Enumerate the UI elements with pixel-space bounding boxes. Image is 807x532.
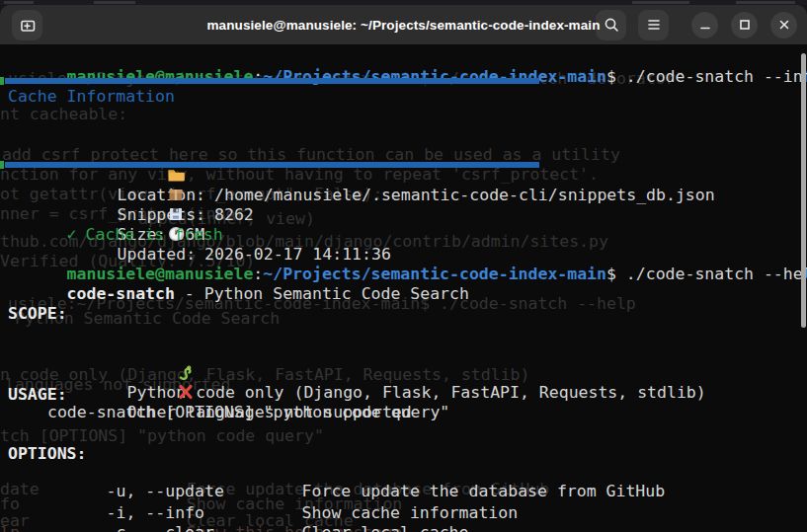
app-tagline: - Python Semantic Code Search (175, 284, 469, 303)
ghost-text: nt cacheable: (0, 105, 127, 124)
background-artifact (4, 1, 34, 4)
prompt-dollar: $ (606, 67, 616, 86)
scrollbar-thumb[interactable] (801, 53, 806, 328)
maximize-button[interactable] (731, 12, 758, 38)
check-icon: ✓ (67, 225, 77, 244)
cursor-artifact (0, 77, 4, 85)
scope-header: SCOPE: (8, 304, 67, 324)
new-tab-icon (19, 16, 37, 34)
app-name: code-snatch (67, 284, 175, 303)
maximize-icon (736, 16, 754, 34)
terminal-window: manusiele@manusiele: ~/Projects/semantic… (0, 5, 807, 532)
horizontal-rule (5, 78, 539, 84)
menu-button[interactable] (638, 10, 669, 40)
close-button[interactable] (770, 12, 797, 38)
prompt-dollar: $ (606, 265, 616, 283)
search-icon (603, 16, 620, 34)
usage-header: USAGE: (8, 385, 67, 405)
minimize-button[interactable] (691, 12, 718, 38)
option-flags: -c, --clear (107, 523, 302, 532)
horizontal-rule (5, 162, 539, 168)
scope-item-other: Other languages not supported (8, 343, 412, 445)
help-title-line: code-snatch - Python Semantic Code Searc… (8, 265, 469, 324)
usage-line: code-snatch [OPTIONS] "python code query… (8, 403, 449, 422)
command-help: ./code-snatch --help (616, 265, 807, 283)
close-icon (775, 16, 793, 34)
background-artifact (632, 1, 689, 4)
background-artifact (94, 1, 135, 4)
minimize-icon (696, 16, 714, 34)
cache-heading: Cache Information (8, 87, 175, 107)
cursor-artifact (0, 161, 4, 169)
cache-status: Cache is fresh (86, 225, 223, 244)
options-header: OPTIONS: (8, 444, 86, 464)
titlebar[interactable]: manusiele@manusiele: ~/Projects/semantic… (0, 5, 807, 44)
background-artifact (736, 1, 795, 4)
option-desc: Clear local cache (302, 523, 469, 532)
new-tab-button[interactable] (12, 10, 42, 40)
option-row-clear: -c, --clearClear local cache (8, 503, 469, 532)
terminal-screen[interactable]: usiele:~/Projects/semantic-code-index-ma… (0, 44, 807, 532)
command-info: ./code-snatch --info (616, 67, 807, 86)
menu-icon (645, 16, 663, 34)
search-button[interactable] (596, 10, 626, 40)
